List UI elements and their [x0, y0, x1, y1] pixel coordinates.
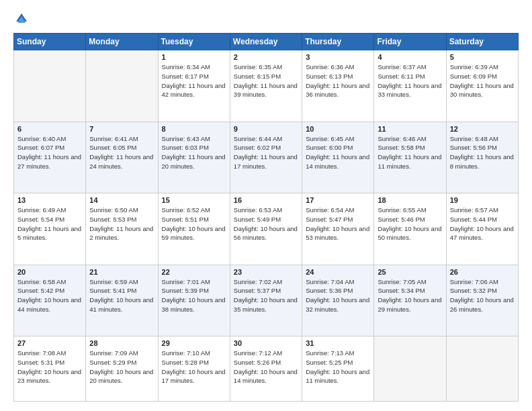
day-number: 7: [89, 125, 154, 133]
calendar-cell: 26Sunrise: 7:06 AM Sunset: 5:32 PM Dayli…: [446, 265, 518, 336]
day-info: Sunrise: 6:44 AM Sunset: 6:02 PM Dayligh…: [234, 134, 298, 171]
calendar-week-row: 27Sunrise: 7:08 AM Sunset: 5:31 PM Dayli…: [14, 336, 519, 402]
day-info: Sunrise: 7:08 AM Sunset: 5:31 PM Dayligh…: [17, 349, 82, 385]
day-info: Sunrise: 6:36 AM Sunset: 6:13 PM Dayligh…: [306, 62, 370, 99]
day-header-monday: Monday: [86, 34, 158, 50]
calendar-cell: 17Sunrise: 6:54 AM Sunset: 5:47 PM Dayli…: [302, 193, 374, 265]
calendar-cell: 23Sunrise: 7:02 AM Sunset: 5:37 PM Dayli…: [230, 265, 302, 336]
day-info: Sunrise: 6:54 AM Sunset: 5:47 PM Dayligh…: [306, 205, 370, 242]
calendar-cell: 20Sunrise: 6:58 AM Sunset: 5:42 PM Dayli…: [14, 265, 86, 336]
day-header-sunday: Sunday: [14, 34, 86, 50]
day-info: Sunrise: 6:52 AM Sunset: 5:51 PM Dayligh…: [162, 205, 226, 242]
day-number: 31: [306, 339, 370, 347]
calendar-cell: [374, 336, 446, 402]
day-number: 28: [89, 339, 154, 347]
calendar-cell: [446, 336, 518, 402]
calendar-cell: 11Sunrise: 6:46 AM Sunset: 5:58 PM Dayli…: [374, 122, 446, 193]
day-number: 11: [378, 125, 442, 133]
day-number: 12: [450, 125, 515, 133]
day-info: Sunrise: 7:13 AM Sunset: 5:25 PM Dayligh…: [306, 349, 370, 385]
calendar-cell: 25Sunrise: 7:05 AM Sunset: 5:34 PM Dayli…: [374, 265, 446, 336]
day-header-wednesday: Wednesday: [230, 34, 302, 50]
day-info: Sunrise: 7:04 AM Sunset: 5:36 PM Dayligh…: [306, 277, 370, 314]
day-number: 15: [162, 196, 226, 204]
calendar-cell: 1Sunrise: 6:34 AM Sunset: 6:17 PM Daylig…: [158, 50, 230, 122]
page: SundayMondayTuesdayWednesdayThursdayFrid…: [0, 0, 532, 411]
day-number: 9: [234, 125, 298, 133]
day-number: 30: [234, 339, 298, 347]
calendar-cell: 8Sunrise: 6:43 AM Sunset: 6:03 PM Daylig…: [158, 122, 230, 193]
calendar-cell: 12Sunrise: 6:48 AM Sunset: 5:56 PM Dayli…: [446, 122, 518, 193]
logo-icon: [15, 12, 28, 26]
day-info: Sunrise: 6:34 AM Sunset: 6:17 PM Dayligh…: [162, 62, 226, 99]
calendar: SundayMondayTuesdayWednesdayThursdayFrid…: [13, 33, 519, 402]
day-number: 23: [234, 268, 298, 276]
day-number: 29: [162, 339, 226, 347]
day-header-saturday: Saturday: [446, 34, 518, 50]
day-info: Sunrise: 6:45 AM Sunset: 6:00 PM Dayligh…: [306, 134, 370, 171]
day-number: 21: [89, 268, 154, 276]
day-info: Sunrise: 7:01 AM Sunset: 5:39 PM Dayligh…: [162, 277, 226, 314]
calendar-cell: 18Sunrise: 6:55 AM Sunset: 5:46 PM Dayli…: [374, 193, 446, 265]
calendar-cell: 30Sunrise: 7:12 AM Sunset: 5:26 PM Dayli…: [230, 336, 302, 402]
day-info: Sunrise: 6:50 AM Sunset: 5:53 PM Dayligh…: [89, 205, 154, 242]
day-number: 6: [17, 125, 82, 133]
day-number: 8: [162, 125, 226, 133]
calendar-cell: 4Sunrise: 6:37 AM Sunset: 6:11 PM Daylig…: [374, 50, 446, 122]
logo: [13, 12, 28, 26]
day-info: Sunrise: 7:10 AM Sunset: 5:28 PM Dayligh…: [162, 349, 226, 385]
day-info: Sunrise: 7:06 AM Sunset: 5:32 PM Dayligh…: [450, 277, 515, 314]
calendar-cell: 3Sunrise: 6:36 AM Sunset: 6:13 PM Daylig…: [302, 50, 374, 122]
calendar-cell: 24Sunrise: 7:04 AM Sunset: 5:36 PM Dayli…: [302, 265, 374, 336]
day-info: Sunrise: 7:05 AM Sunset: 5:34 PM Dayligh…: [378, 277, 442, 314]
day-number: 13: [17, 196, 82, 204]
calendar-week-row: 13Sunrise: 6:49 AM Sunset: 5:54 PM Dayli…: [14, 193, 519, 265]
day-info: Sunrise: 6:59 AM Sunset: 5:41 PM Dayligh…: [89, 277, 154, 314]
calendar-week-row: 6Sunrise: 6:40 AM Sunset: 6:07 PM Daylig…: [14, 122, 519, 193]
day-number: 17: [306, 196, 370, 204]
day-info: Sunrise: 6:48 AM Sunset: 5:56 PM Dayligh…: [450, 134, 515, 171]
day-number: 25: [378, 268, 442, 276]
day-number: 19: [450, 196, 515, 204]
day-header-friday: Friday: [374, 34, 446, 50]
calendar-cell: 29Sunrise: 7:10 AM Sunset: 5:28 PM Dayli…: [158, 336, 230, 402]
calendar-cell: 10Sunrise: 6:45 AM Sunset: 6:00 PM Dayli…: [302, 122, 374, 193]
calendar-cell: 14Sunrise: 6:50 AM Sunset: 5:53 PM Dayli…: [86, 193, 158, 265]
calendar-cell: 15Sunrise: 6:52 AM Sunset: 5:51 PM Dayli…: [158, 193, 230, 265]
calendar-cell: [14, 50, 86, 122]
day-info: Sunrise: 6:37 AM Sunset: 6:11 PM Dayligh…: [378, 62, 442, 99]
calendar-cell: 28Sunrise: 7:09 AM Sunset: 5:29 PM Dayli…: [86, 336, 158, 402]
calendar-cell: 16Sunrise: 6:53 AM Sunset: 5:49 PM Dayli…: [230, 193, 302, 265]
day-info: Sunrise: 6:35 AM Sunset: 6:15 PM Dayligh…: [234, 62, 298, 99]
calendar-cell: 6Sunrise: 6:40 AM Sunset: 6:07 PM Daylig…: [14, 122, 86, 193]
calendar-cell: 7Sunrise: 6:41 AM Sunset: 6:05 PM Daylig…: [86, 122, 158, 193]
calendar-cell: 2Sunrise: 6:35 AM Sunset: 6:15 PM Daylig…: [230, 50, 302, 122]
day-number: 10: [306, 125, 370, 133]
calendar-cell: 27Sunrise: 7:08 AM Sunset: 5:31 PM Dayli…: [14, 336, 86, 402]
day-info: Sunrise: 6:43 AM Sunset: 6:03 PM Dayligh…: [162, 134, 226, 171]
day-header-thursday: Thursday: [302, 34, 374, 50]
day-info: Sunrise: 6:39 AM Sunset: 6:09 PM Dayligh…: [450, 62, 515, 99]
day-number: 4: [378, 53, 442, 61]
day-number: 14: [89, 196, 154, 204]
day-number: 27: [17, 339, 82, 347]
day-number: 5: [450, 53, 515, 61]
calendar-cell: 19Sunrise: 6:57 AM Sunset: 5:44 PM Dayli…: [446, 193, 518, 265]
calendar-cell: [86, 50, 158, 122]
header: [13, 12, 519, 26]
calendar-cell: 5Sunrise: 6:39 AM Sunset: 6:09 PM Daylig…: [446, 50, 518, 122]
day-info: Sunrise: 6:58 AM Sunset: 5:42 PM Dayligh…: [17, 277, 82, 314]
calendar-cell: 21Sunrise: 6:59 AM Sunset: 5:41 PM Dayli…: [86, 265, 158, 336]
day-info: Sunrise: 6:49 AM Sunset: 5:54 PM Dayligh…: [17, 205, 82, 242]
day-info: Sunrise: 6:53 AM Sunset: 5:49 PM Dayligh…: [234, 205, 298, 242]
day-number: 24: [306, 268, 370, 276]
day-number: 18: [378, 196, 442, 204]
day-info: Sunrise: 7:12 AM Sunset: 5:26 PM Dayligh…: [234, 349, 298, 385]
day-number: 1: [162, 53, 226, 61]
calendar-cell: 13Sunrise: 6:49 AM Sunset: 5:54 PM Dayli…: [14, 193, 86, 265]
day-number: 26: [450, 268, 515, 276]
day-number: 16: [234, 196, 298, 204]
day-info: Sunrise: 6:46 AM Sunset: 5:58 PM Dayligh…: [378, 134, 442, 171]
day-header-tuesday: Tuesday: [158, 34, 230, 50]
calendar-week-row: 20Sunrise: 6:58 AM Sunset: 5:42 PM Dayli…: [14, 265, 519, 336]
